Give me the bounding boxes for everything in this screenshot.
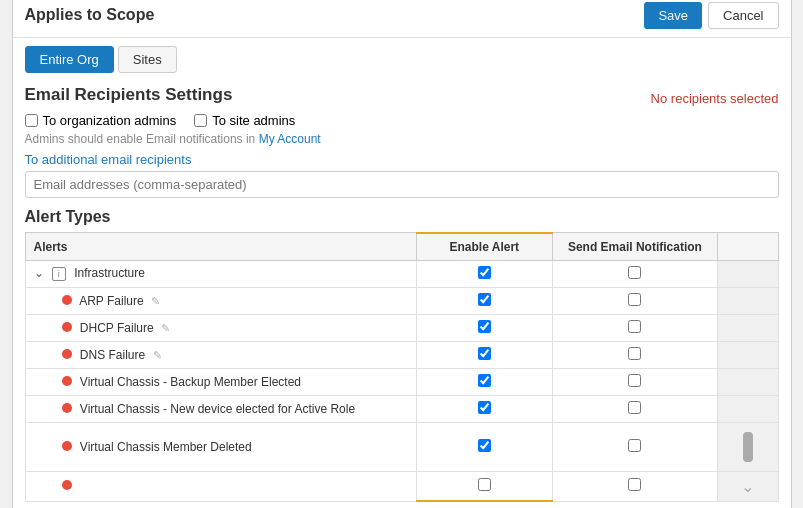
email-col-vc-backup — [552, 368, 718, 395]
edit-icon[interactable]: ✎ — [161, 322, 170, 334]
enable-checkbox-vc-deleted[interactable] — [478, 439, 491, 452]
row-label-infrastructure: ⌄ i Infrastructure — [25, 260, 417, 287]
table-row: Virtual Chassis Member Deleted — [25, 422, 778, 471]
col-enable-alert: Enable Alert — [417, 233, 553, 261]
row-label-arp: ARP Failure ✎ — [25, 287, 417, 314]
email-input[interactable] — [25, 171, 779, 198]
enable-col-vc-new — [417, 395, 553, 422]
red-dot-icon — [62, 349, 72, 359]
email-col-partial — [552, 471, 718, 501]
dialog-title: Applies to Scope — [25, 6, 155, 24]
email-checkbox-dns[interactable] — [628, 347, 641, 360]
table-row: ARP Failure ✎ — [25, 287, 778, 314]
email-col-vc-deleted — [552, 422, 718, 471]
enable-col-dns — [417, 341, 553, 368]
row-label-vc-deleted: Virtual Chassis Member Deleted — [25, 422, 417, 471]
org-admin-label: To organization admins — [43, 113, 177, 128]
no-recipients-msg: No recipients selected — [651, 91, 779, 106]
row-text: DNS Failure — [80, 348, 145, 362]
scrollbar-cell — [718, 395, 778, 422]
enable-col-partial — [417, 471, 553, 501]
table-row: DHCP Failure ✎ — [25, 314, 778, 341]
scrollbar-cell — [718, 422, 778, 471]
infra-icon: i — [52, 267, 66, 281]
enable-checkbox-dns[interactable] — [478, 347, 491, 360]
my-account-link[interactable]: My Account — [259, 132, 321, 146]
admin-note: Admins should enable Email notifications… — [25, 132, 779, 146]
email-checkbox-vc-new[interactable] — [628, 401, 641, 414]
row-text: Infrastructure — [74, 266, 145, 280]
row-text: Virtual Chassis - Backup Member Elected — [80, 375, 301, 389]
scrollbar-cell — [718, 287, 778, 314]
col-alerts: Alerts — [25, 233, 417, 261]
scrollbar-cell — [718, 341, 778, 368]
enable-col-arp — [417, 287, 553, 314]
additional-email-label: To additional email recipients — [25, 152, 779, 167]
row-label-dhcp: DHCP Failure ✎ — [25, 314, 417, 341]
row-text: Virtual Chassis - New device elected for… — [80, 402, 355, 416]
email-checkbox-vc-deleted[interactable] — [628, 439, 641, 452]
email-col-infrastructure — [552, 260, 718, 287]
scrollbar-thumb[interactable] — [743, 432, 753, 462]
table-row: Virtual Chassis - Backup Member Elected — [25, 368, 778, 395]
red-dot-icon — [62, 376, 72, 386]
enable-checkbox-arp[interactable] — [478, 293, 491, 306]
alert-table: Alerts Enable Alert Send Email Notificat… — [25, 232, 779, 503]
red-dot-icon — [62, 322, 72, 332]
email-settings-section: Email Recipients Settings No recipients … — [13, 73, 791, 208]
email-checkbox-vc-backup[interactable] — [628, 374, 641, 387]
enable-checkbox-infrastructure[interactable] — [478, 266, 491, 279]
row-text: ARP Failure — [79, 294, 143, 308]
enable-checkbox-dhcp[interactable] — [478, 320, 491, 333]
scrollbar-cell — [718, 260, 778, 287]
enable-col-infrastructure — [417, 260, 553, 287]
enable-checkbox-partial[interactable] — [478, 478, 491, 491]
email-col-vc-new — [552, 395, 718, 422]
email-checkbox-infrastructure[interactable] — [628, 266, 641, 279]
email-col-arp — [552, 287, 718, 314]
email-checkbox-arp[interactable] — [628, 293, 641, 306]
site-admin-label: To site admins — [212, 113, 295, 128]
row-label-vc-backup: Virtual Chassis - Backup Member Elected — [25, 368, 417, 395]
table-row: DNS Failure ✎ — [25, 341, 778, 368]
red-dot-icon — [62, 441, 72, 451]
email-checkbox-partial[interactable] — [628, 478, 641, 491]
row-label-dns: DNS Failure ✎ — [25, 341, 417, 368]
red-dot-icon — [62, 480, 72, 490]
save-button[interactable]: Save — [644, 2, 702, 29]
row-text: Virtual Chassis Member Deleted — [80, 440, 252, 454]
org-admin-checkbox[interactable] — [25, 114, 38, 127]
scrollbar-cell-bottom: ⌄ — [718, 471, 778, 501]
site-admin-item: To site admins — [194, 113, 295, 128]
table-row: ⌄ i Infrastructure — [25, 260, 778, 287]
site-admin-checkbox[interactable] — [194, 114, 207, 127]
table-row: ⌄ — [25, 471, 778, 501]
email-checkbox-dhcp[interactable] — [628, 320, 641, 333]
enable-checkbox-vc-new[interactable] — [478, 401, 491, 414]
header-buttons: Save Cancel — [644, 2, 778, 29]
recipients-header: Email Recipients Settings No recipients … — [25, 85, 779, 113]
red-dot-icon — [62, 403, 72, 413]
tab-sites[interactable]: Sites — [118, 46, 177, 73]
email-col-dns — [552, 341, 718, 368]
email-section-title: Email Recipients Settings — [25, 85, 233, 105]
dialog: Applies to Scope Save Cancel Entire Org … — [12, 0, 792, 508]
enable-col-vc-backup — [417, 368, 553, 395]
col-scrollbar-header — [718, 233, 778, 261]
tab-entire-org[interactable]: Entire Org — [25, 46, 114, 73]
red-dot-icon — [62, 295, 72, 305]
table-row: Virtual Chassis - New device elected for… — [25, 395, 778, 422]
scope-tabs: Entire Org Sites — [13, 38, 791, 73]
edit-icon[interactable]: ✎ — [151, 295, 160, 307]
edit-icon[interactable]: ✎ — [153, 349, 162, 361]
row-label-partial — [25, 471, 417, 501]
email-col-dhcp — [552, 314, 718, 341]
row-label-vc-new: Virtual Chassis - New device elected for… — [25, 395, 417, 422]
alert-types-section: Alert Types Alerts Enable Alert Send Ema… — [13, 208, 791, 508]
recipients-row: To organization admins To site admins — [25, 113, 779, 128]
cancel-button[interactable]: Cancel — [708, 2, 778, 29]
enable-col-vc-deleted — [417, 422, 553, 471]
dialog-header: Applies to Scope Save Cancel — [13, 0, 791, 38]
enable-checkbox-vc-backup[interactable] — [478, 374, 491, 387]
org-admin-item: To organization admins — [25, 113, 177, 128]
